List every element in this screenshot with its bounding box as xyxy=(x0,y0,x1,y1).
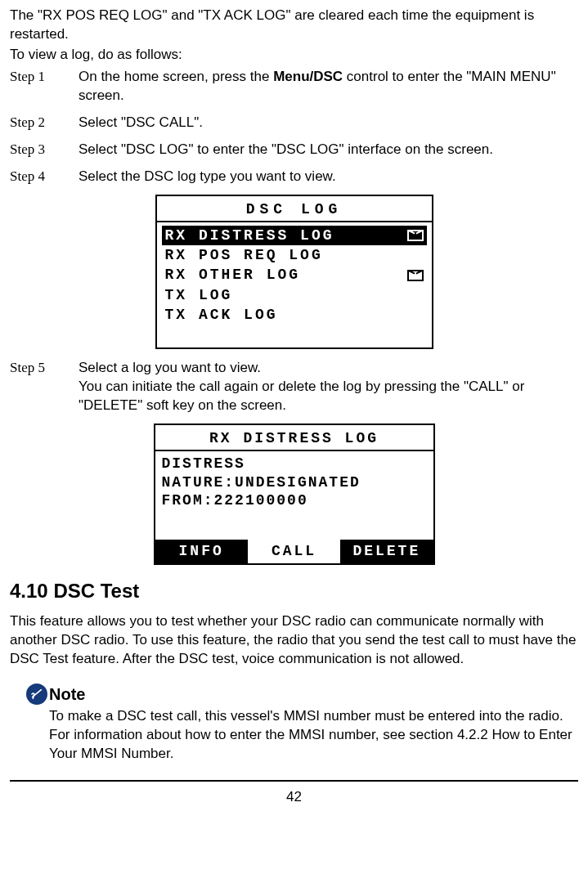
lcd1-row: TX LOG xyxy=(162,285,427,305)
page-number: 42 xyxy=(10,780,578,807)
step-text: Select "DSC LOG" to enter the "DSC LOG" … xyxy=(79,141,578,159)
lcd2-title: RX DISTRESS LOG xyxy=(155,425,433,451)
step-text: Select the DSC log type you want to view… xyxy=(79,168,578,186)
lcd1-row: TX ACK LOG xyxy=(162,305,427,325)
lcd2-body-line: DISTRESS xyxy=(162,455,427,473)
icon-spacer xyxy=(407,249,424,261)
step-row: Step 1 On the home screen, press the Men… xyxy=(10,68,578,105)
step-text: Select a log you want to view. You can i… xyxy=(79,359,578,415)
step5-line1: Select a log you want to view. xyxy=(79,359,578,378)
step-row: Step 2 Select "DSC CALL". xyxy=(10,114,578,132)
softkey-info: INFO xyxy=(155,540,248,562)
intro-text-2: To view a log, do as follows: xyxy=(10,46,578,65)
step-row: Step 4 Select the DSC log type you want … xyxy=(10,168,578,186)
lcd1-row-text: RX POS REQ LOG xyxy=(165,245,323,265)
steps-list: Step 1 On the home screen, press the Men… xyxy=(10,68,578,186)
lcd1-title: DSC LOG xyxy=(157,196,432,222)
step5-line2: You can initiate the call again or delet… xyxy=(79,378,578,415)
lcd1-row: RX POS REQ LOG xyxy=(162,245,427,265)
step-text: Select "DSC CALL". xyxy=(79,114,578,132)
step-label: Step 1 xyxy=(10,68,79,87)
step-label: Step 3 xyxy=(10,141,79,159)
lcd-screenshot-1: DSC LOG RX DISTRESS LOG RX POS REQ LOG R… xyxy=(10,195,578,350)
lcd1-row: RX OTHER LOG xyxy=(162,265,427,285)
step-label: Step 5 xyxy=(10,359,79,378)
step-text-bold: Menu/DSC xyxy=(273,69,343,84)
step-row: Step 5 Select a log you want to view. Yo… xyxy=(10,359,578,415)
envelope-icon xyxy=(407,230,424,241)
lcd1-row-text: RX DISTRESS LOG xyxy=(165,226,334,245)
note-icon xyxy=(26,684,47,705)
intro-text-1: The "RX POS REQ LOG" and "TX ACK LOG" ar… xyxy=(10,7,578,44)
step-text: On the home screen, press the Menu/DSC c… xyxy=(79,68,578,105)
lcd2-softkeys: INFO CALL DELETE xyxy=(155,540,433,562)
lcd-screenshot-2: RX DISTRESS LOG DISTRESS NATURE:UNDESIGN… xyxy=(10,424,578,565)
step-text-pre: On the home screen, press the xyxy=(79,69,273,84)
section-heading: 4.10 DSC Test xyxy=(10,578,578,604)
note-block: Note To make a DSC test call, this vesse… xyxy=(26,684,578,764)
envelope-icon xyxy=(407,270,424,281)
lcd1-row-selected: RX DISTRESS LOG xyxy=(162,226,427,245)
section-body: This feature allows you to test whether … xyxy=(10,612,578,669)
step-label: Step 2 xyxy=(10,114,79,132)
step-label: Step 4 xyxy=(10,168,79,186)
lcd1-row-text: RX OTHER LOG xyxy=(165,265,301,285)
softkey-call: CALL xyxy=(248,540,340,562)
icon-spacer xyxy=(407,289,424,301)
lcd2-body-line: FROM:222100000 xyxy=(162,491,427,510)
lcd1-row-text: TX ACK LOG xyxy=(165,305,278,325)
note-body: To make a DSC test call, this vessel's M… xyxy=(26,707,578,764)
note-label: Note xyxy=(49,684,85,706)
lcd1-row-text: TX LOG xyxy=(165,285,233,305)
icon-spacer xyxy=(407,309,424,320)
softkey-delete: DELETE xyxy=(340,540,433,562)
lcd2-body-line: NATURE:UNDESIGNATED xyxy=(162,473,427,492)
step-row: Step 3 Select "DSC LOG" to enter the "DS… xyxy=(10,141,578,159)
